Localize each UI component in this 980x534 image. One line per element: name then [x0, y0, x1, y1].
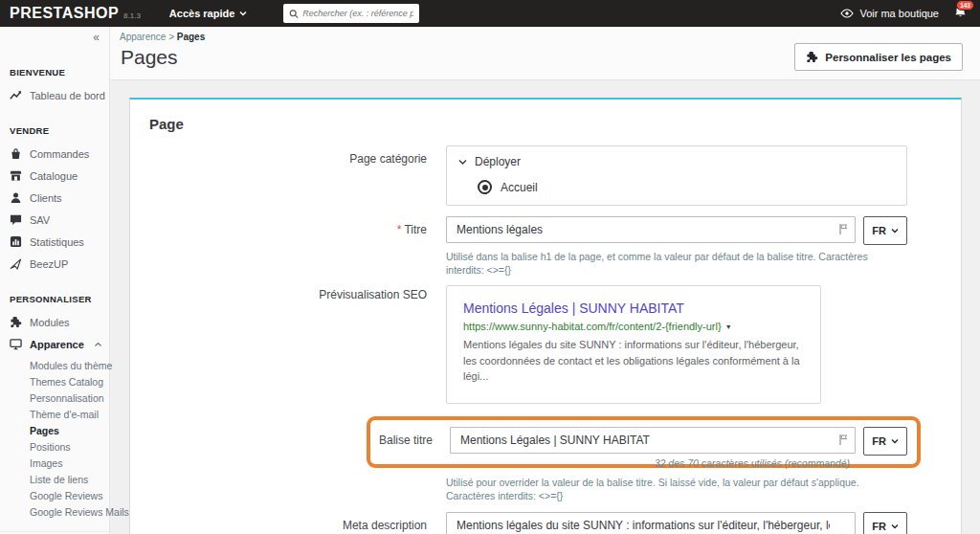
sidebar-subitem-google-reviews-mails[interactable]: Google Reviews Mails	[0, 503, 109, 520]
title-tag-highlight: Balise titre FR	[367, 416, 921, 468]
breadcrumb: Apparence > Pages	[120, 32, 963, 42]
dashboard-icon	[10, 89, 22, 101]
sidebar-divider	[0, 531, 109, 532]
page-form-card: Page Page catégorie Déployer Accueil	[129, 98, 962, 534]
title-tag-counter: 32 des 70 caractères utilisés (recommand…	[655, 457, 850, 469]
collapse-sidebar-icon[interactable]: «	[93, 31, 100, 44]
sidebar-item-appearance[interactable]: Apparence	[0, 333, 109, 355]
sidebar-item-label: Commandes	[30, 148, 89, 160]
sidebar-item-modules[interactable]: Modules	[0, 311, 109, 333]
sidebar-item-label: Apparence	[30, 339, 84, 350]
sidebar-item-orders[interactable]: Commandes	[0, 143, 109, 165]
flag-icon	[839, 224, 848, 234]
title-input[interactable]	[446, 216, 856, 243]
lang-label: FR	[872, 521, 886, 532]
sidebar-item-sav[interactable]: SAV	[0, 209, 109, 231]
quick-access-label: Accès rapide	[169, 8, 234, 19]
search-icon	[289, 9, 299, 19]
prestashop-logo[interactable]: PRESTASHOP	[10, 5, 119, 22]
chat-icon	[10, 213, 22, 226]
chevron-down-icon	[891, 228, 899, 234]
search-input[interactable]	[302, 9, 413, 18]
radio-selected-icon[interactable]	[478, 180, 492, 194]
sidebar-subitem-theme-email[interactable]: Thème d'e-mail	[0, 406, 109, 422]
seo-preview-url: https://www.sunny-habitat.com/fr/content…	[463, 321, 804, 332]
store-icon	[10, 169, 22, 182]
title-lang-dropdown[interactable]: FR	[863, 216, 907, 245]
sidebar-item-label: Catalogue	[30, 170, 78, 182]
version-label: 8.1.3	[123, 11, 141, 20]
sidebar-subitem-liste-de-liens[interactable]: Liste de liens	[0, 471, 109, 487]
seo-preview-label: Prévisualisation SEO	[130, 285, 446, 301]
sidebar-subitem-positions[interactable]: Positions	[0, 438, 109, 455]
sidebar-item-label: Statistiques	[30, 236, 84, 248]
breadcrumb-separator: >	[168, 32, 174, 42]
chevron-down-icon	[891, 523, 899, 529]
chevron-down-icon	[458, 159, 467, 166]
sidebar-subitem-images[interactable]: Images	[0, 455, 109, 471]
sidebar-item-label: Modules	[30, 317, 70, 328]
notifications-button[interactable]: 143	[954, 5, 967, 22]
lang-label: FR	[872, 225, 886, 236]
user-icon	[10, 191, 22, 204]
category-option-label: Accueil	[501, 181, 538, 194]
card-title: Page	[130, 100, 961, 145]
customize-pages-label: Personnaliser les pages	[825, 52, 951, 63]
sidebar-item-stats[interactable]: Statistiques	[0, 231, 109, 253]
sidebar-section-bienvenue: BIENVENUE	[10, 67, 109, 78]
sidebar-subitem-theme-modules[interactable]: Modules du thème	[0, 357, 109, 373]
global-search[interactable]	[283, 4, 419, 23]
sidebar-item-catalog[interactable]: Catalogue	[0, 165, 109, 187]
stats-icon	[10, 235, 22, 248]
chevron-down-icon	[891, 438, 899, 444]
lang-label: FR	[872, 435, 886, 447]
top-bar: PRESTASHOP 8.1.3 Accès rapide Voir ma bo…	[0, 0, 980, 27]
puzzle-icon	[806, 51, 818, 63]
page-header: Apparence > Pages Pages Personnaliser le…	[110, 27, 980, 80]
sidebar-item-label: Tableau de bord	[30, 90, 105, 101]
sidebar-item-label: Clients	[30, 192, 62, 204]
monitor-icon	[10, 338, 22, 350]
view-shop-link[interactable]: Voir ma boutique	[840, 8, 939, 19]
sidebar-item-label: BeezUP	[30, 258, 68, 270]
chevron-down-icon	[239, 11, 247, 16]
sidebar-section-personnaliser: PERSONNALISER	[10, 294, 109, 304]
quick-access-menu[interactable]: Accès rapide	[169, 8, 247, 19]
title-tag-lang-dropdown[interactable]: FR	[863, 427, 907, 456]
category-option-accueil[interactable]: Accueil	[478, 180, 895, 194]
view-shop-label: Voir ma boutique	[859, 8, 939, 19]
meta-description-input[interactable]	[446, 512, 856, 534]
title-label: Titre	[130, 216, 446, 236]
appearance-submenu: Modules du thème Themes Catalog Personna…	[0, 355, 109, 525]
sidebar-subitem-personnalisation[interactable]: Personnalisation	[0, 389, 109, 406]
cart-icon	[10, 147, 22, 160]
title-help: Utilisé dans la balise h1 de la page, et…	[446, 250, 907, 277]
sidebar-item-customers[interactable]: Clients	[0, 187, 109, 209]
category-label: Page catégorie	[130, 145, 446, 166]
seo-preview-title: Mentions Légales | SUNNY HABITAT	[463, 300, 804, 316]
eye-icon	[840, 9, 854, 18]
sidebar-item-beezup[interactable]: BeezUP	[0, 253, 109, 275]
breadcrumb-parent[interactable]: Apparence	[120, 32, 166, 42]
sidebar-subitem-pages[interactable]: Pages	[0, 422, 109, 438]
seo-url-text: https://www.sunny-habitat.com/fr/content…	[463, 321, 722, 332]
beezup-icon	[10, 257, 22, 270]
meta-description-label: Meta description	[130, 512, 446, 532]
seo-preview-description: Mentions légales du site SUNNY : informa…	[463, 337, 804, 385]
flag-icon	[839, 434, 848, 445]
category-expander[interactable]: Déployer	[458, 155, 895, 168]
chevron-up-icon	[92, 342, 104, 347]
customize-pages-button[interactable]: Personnaliser les pages	[794, 43, 963, 71]
sidebar-item-dashboard[interactable]: Tableau de bord	[0, 84, 109, 106]
seo-preview-box: Mentions Légales | SUNNY HABITAT https:/…	[446, 285, 821, 404]
title-tag-input[interactable]	[450, 427, 856, 454]
page-title: Pages	[121, 46, 178, 69]
content-area: Page Page catégorie Déployer Accueil	[110, 80, 980, 534]
url-dropdown-icon[interactable]: ▼	[725, 323, 732, 330]
breadcrumb-current: Pages	[177, 32, 205, 42]
category-tree: Déployer Accueil	[446, 145, 907, 206]
sidebar-section-vendre: VENDRE	[10, 125, 109, 136]
meta-description-lang-dropdown[interactable]: FR	[863, 512, 907, 534]
sidebar-subitem-google-reviews[interactable]: Google Reviews	[0, 487, 109, 503]
sidebar-subitem-themes-catalog[interactable]: Themes Catalog	[0, 373, 109, 389]
